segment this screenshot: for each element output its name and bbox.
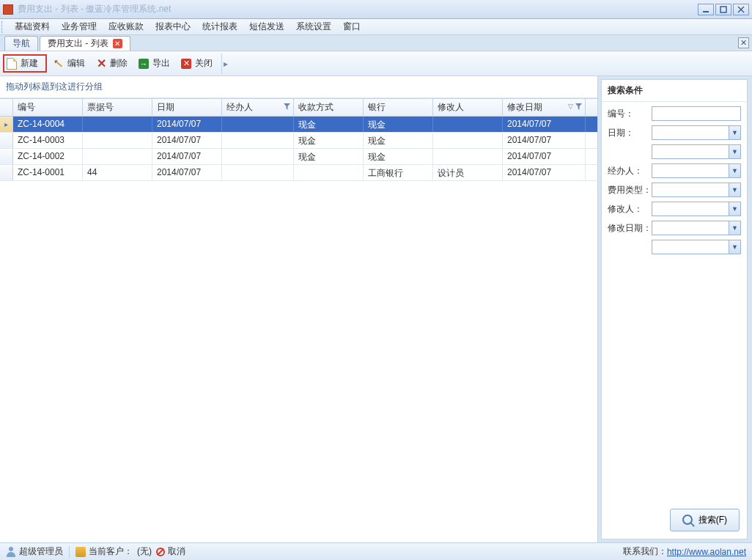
menu-item-6[interactable]: 系统设置 xyxy=(290,18,337,35)
col-header-3[interactable]: 经办人 xyxy=(222,99,294,116)
chevron-down-icon[interactable]: ▼ xyxy=(729,164,740,177)
cell: 2014/07/07 xyxy=(503,165,586,180)
contact-link[interactable]: http://www.aolan.net xyxy=(667,547,746,557)
search-row-id: 编号： xyxy=(608,106,741,121)
search-row-date_from: 日期：▼ xyxy=(608,125,741,140)
search-input-date_from[interactable] xyxy=(652,125,741,140)
close-button[interactable]: ✕ 关闭 xyxy=(176,54,217,73)
grid-header: 编号票据号日期经办人收款方式银行修改人修改日期▽ xyxy=(0,98,597,117)
search-button[interactable]: 搜索(F) xyxy=(670,509,740,531)
tab-1[interactable]: 费用支出 - 列表✕ xyxy=(40,36,130,51)
grid-body[interactable]: ▸ZC-14-00042014/07/07现金现金2014/07/07ZC-14… xyxy=(0,117,597,542)
col-header-7[interactable]: 修改日期▽ xyxy=(503,99,586,116)
filter-icon[interactable] xyxy=(284,102,290,108)
menu-item-2[interactable]: 应收账款 xyxy=(103,18,150,35)
col-header-4[interactable]: 收款方式 xyxy=(294,99,364,116)
status-cancel[interactable]: 取消 xyxy=(168,545,185,558)
search-input-modifier[interactable] xyxy=(652,202,741,216)
chevron-down-icon[interactable]: ▼ xyxy=(729,126,740,139)
svg-marker-4 xyxy=(284,103,290,110)
export-button[interactable]: → 导出 xyxy=(133,54,174,73)
cell xyxy=(83,117,152,132)
menu-item-1[interactable]: 业务管理 xyxy=(56,18,103,35)
cell: 2014/07/07 xyxy=(152,149,222,164)
cell xyxy=(222,133,294,148)
row-indicator xyxy=(0,149,13,164)
filter-icon[interactable] xyxy=(575,102,582,108)
svg-marker-5 xyxy=(575,103,582,110)
search-row-handler: 经办人：▼ xyxy=(608,163,741,178)
cell: ZC-14-0003 xyxy=(13,133,83,148)
new-button-label: 新建 xyxy=(21,57,38,70)
search-label-handler: 经办人： xyxy=(608,165,652,177)
search-input-id[interactable] xyxy=(652,106,741,121)
minimize-button[interactable] xyxy=(698,4,714,15)
row-indicator xyxy=(0,165,13,180)
toolbar-overflow-button[interactable]: ▸ xyxy=(221,54,229,74)
search-label-moddate: 修改日期： xyxy=(608,222,652,235)
cell xyxy=(222,117,294,132)
cell xyxy=(83,133,152,148)
data-grid: 拖动列标题到这进行分组 编号票据号日期经办人收款方式银行修改人修改日期▽ ▸ZC… xyxy=(0,76,598,542)
col-header-1[interactable]: 票据号 xyxy=(83,99,152,116)
table-row[interactable]: ▸ZC-14-00042014/07/07现金现金2014/07/07 xyxy=(0,117,597,133)
search-row-moddate: 修改日期：▼ xyxy=(608,221,741,235)
search-panel: 搜索条件 编号：日期：▼▼经办人：▼费用类型：▼修改人：▼修改日期：▼▼ 搜索(… xyxy=(601,79,748,539)
chevron-down-icon[interactable]: ▼ xyxy=(729,221,740,235)
delete-button-label: 删除 xyxy=(110,57,128,70)
menu-item-0[interactable]: 基础资料 xyxy=(9,18,56,35)
cell: ZC-14-0001 xyxy=(13,165,83,180)
export-icon: → xyxy=(139,59,149,69)
cell: 2014/07/07 xyxy=(152,117,222,132)
tab-close-icon[interactable]: ✕ xyxy=(113,39,122,48)
col-header-6[interactable]: 修改人 xyxy=(433,99,503,116)
menu-item-3[interactable]: 报表中心 xyxy=(150,18,196,35)
app-icon xyxy=(3,4,13,15)
search-input-date_to[interactable] xyxy=(652,144,741,159)
table-row[interactable]: ZC-14-00022014/07/07现金现金2014/07/07 xyxy=(0,149,597,165)
table-row[interactable]: ZC-14-0001442014/07/07工商银行设计员2014/07/07 xyxy=(0,165,597,181)
col-header-0[interactable]: 编号 xyxy=(13,99,83,116)
menu-item-5[interactable]: 短信发送 xyxy=(243,18,290,35)
delete-button[interactable]: ✕ 删除 xyxy=(91,54,132,73)
search-row-date_to: ▼ xyxy=(608,144,741,159)
status-customer-label: 当前客户： xyxy=(89,545,133,558)
close-button-label: 关闭 xyxy=(195,57,213,70)
col-header-2[interactable]: 日期 xyxy=(152,99,222,116)
chevron-down-icon[interactable]: ▼ xyxy=(729,202,740,215)
search-input-handler[interactable] xyxy=(652,163,741,178)
close-icon: ✕ xyxy=(181,59,191,69)
tabstrip-close-button[interactable]: ✕ xyxy=(738,37,749,48)
close-window-button[interactable] xyxy=(733,4,749,15)
menu-item-4[interactable]: 统计报表 xyxy=(196,18,243,35)
export-button-label: 导出 xyxy=(152,57,170,70)
cell: 2014/07/07 xyxy=(152,165,222,180)
maximize-button[interactable] xyxy=(715,4,731,15)
status-bar: 超级管理员 当前客户： (无) 取消 联系我们： http://www.aola… xyxy=(0,542,752,560)
cell xyxy=(433,133,503,148)
cell xyxy=(222,165,294,180)
cell: 44 xyxy=(83,165,152,180)
chevron-down-icon[interactable]: ▼ xyxy=(729,183,740,196)
menu-item-7[interactable]: 窗口 xyxy=(337,18,366,35)
window-title: 费用支出 - 列表 - 傲蓝冷库管理系统.net xyxy=(18,3,696,15)
svg-rect-1 xyxy=(720,7,726,12)
search-label-type: 费用类型： xyxy=(608,184,652,196)
edit-button[interactable]: 编辑 xyxy=(48,54,89,73)
search-input-moddate2[interactable] xyxy=(652,240,741,254)
user-icon xyxy=(6,547,16,557)
chevron-down-icon[interactable]: ▼ xyxy=(729,145,740,158)
search-input-moddate[interactable] xyxy=(652,221,741,235)
tab-label: 导航 xyxy=(12,37,30,50)
search-input-type[interactable] xyxy=(652,183,741,197)
col-header-5[interactable]: 银行 xyxy=(364,99,433,116)
cell: ZC-14-0004 xyxy=(13,117,83,132)
table-row[interactable]: ZC-14-00032014/07/07现金现金2014/07/07 xyxy=(0,133,597,149)
search-panel-title: 搜索条件 xyxy=(602,80,747,102)
group-by-hint[interactable]: 拖动列标题到这进行分组 xyxy=(0,76,597,98)
chevron-down-icon[interactable]: ▼ xyxy=(729,240,740,254)
new-button[interactable]: 新建 xyxy=(3,54,47,73)
menu-bar: 基础资料业务管理应收账款报表中心统计报表短信发送系统设置窗口 xyxy=(0,19,752,35)
tab-0[interactable]: 导航 xyxy=(4,36,38,51)
search-button-label: 搜索(F) xyxy=(698,514,727,526)
